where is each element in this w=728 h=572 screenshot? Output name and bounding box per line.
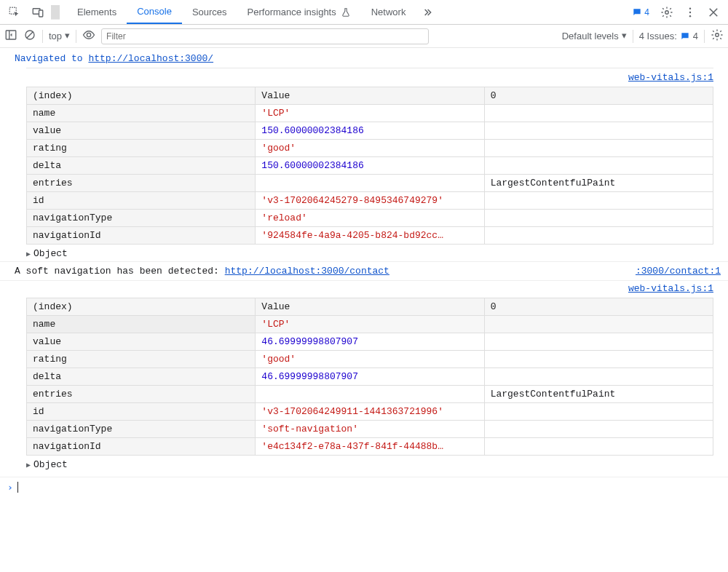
messages-badge[interactable]: 4 xyxy=(628,7,654,17)
table-row[interactable]: navigationId'924584fe-4a9a-4205-b824-bd9… xyxy=(27,227,713,245)
row-value: 'good' xyxy=(256,351,484,368)
table-row[interactable]: delta150.60000002384186 xyxy=(27,157,713,175)
table-row[interactable]: id'v3-1702064249911-1441363721996' xyxy=(27,403,713,421)
tab-elements[interactable]: Elements xyxy=(67,0,127,24)
row-key: delta xyxy=(27,157,256,175)
device-toolbar-icon[interactable] xyxy=(28,2,48,23)
tab-network[interactable]: Network xyxy=(361,0,416,24)
message-icon xyxy=(680,31,690,41)
soft-navigation-message: A soft navigation has been detected: htt… xyxy=(0,261,728,281)
table-header[interactable]: 0 xyxy=(484,87,713,105)
row-value: 'LCP' xyxy=(256,105,484,122)
table-row[interactable]: navigationType'soft-navigation' xyxy=(27,421,713,438)
row-col0 xyxy=(484,105,713,122)
expander-label: Object xyxy=(33,459,68,470)
svg-point-6 xyxy=(689,15,691,17)
svg-line-10 xyxy=(27,32,33,39)
row-value: 'reload' xyxy=(256,210,484,227)
row-col0 xyxy=(484,122,713,140)
flask-icon xyxy=(341,7,351,17)
more-tabs-button[interactable] xyxy=(416,0,439,24)
table-row[interactable]: name'LCP' xyxy=(27,105,713,122)
issues-count: 4 xyxy=(693,31,698,41)
tab-performance-insights[interactable]: Performance insights xyxy=(237,0,361,24)
inspect-element-icon[interactable] xyxy=(4,2,25,23)
table-row[interactable]: rating'good' xyxy=(27,140,713,157)
separator xyxy=(42,30,43,43)
table-header[interactable]: (index) xyxy=(27,87,256,105)
row-key: navigationType xyxy=(27,210,256,227)
context-label: top xyxy=(49,31,62,41)
kebab-menu-icon[interactable] xyxy=(680,2,700,23)
source-link-row: web-vitals.js:1 xyxy=(0,70,728,85)
console-output: Navigated to http://localhost:3000/ web-… xyxy=(0,48,728,572)
source-link[interactable]: web-vitals.js:1 xyxy=(628,283,713,294)
svg-rect-2 xyxy=(39,10,43,17)
tab-sources[interactable]: Sources xyxy=(182,0,237,24)
svg-point-4 xyxy=(689,7,691,9)
console-toolbar: top ▾ Default levels ▾ 4 Issues: 4 xyxy=(0,25,728,48)
nav-url-link[interactable]: http://localhost:3000/ xyxy=(88,53,213,64)
table-row[interactable]: name'LCP' xyxy=(27,316,713,333)
table-row[interactable]: delta46.69999998807907 xyxy=(27,368,713,386)
sidebar-toggle-icon[interactable] xyxy=(4,28,17,44)
triangle-right-icon: ▶ xyxy=(26,250,31,258)
svg-point-5 xyxy=(689,11,691,12)
table-row[interactable]: navigationType'reload' xyxy=(27,210,713,227)
table-header[interactable]: Value xyxy=(256,298,484,316)
row-key: id xyxy=(27,403,256,421)
row-col0 xyxy=(484,403,713,421)
messages-count: 4 xyxy=(644,7,649,17)
row-key: value xyxy=(27,333,256,351)
softnav-url-link[interactable]: http://localhost:3000/contact xyxy=(225,266,389,277)
table-row[interactable]: rating'good' xyxy=(27,351,713,368)
row-key: navigationId xyxy=(27,227,256,245)
table-row[interactable]: entriesLargestContentfulPaint xyxy=(27,175,713,192)
svg-point-12 xyxy=(716,33,719,37)
separator xyxy=(704,30,705,43)
settings-icon[interactable] xyxy=(657,2,677,23)
row-key: entries xyxy=(27,175,256,192)
table-row[interactable]: id'v3-1702064245279-8495346749279' xyxy=(27,192,713,210)
navigation-message: Navigated to http://localhost:3000/ xyxy=(0,51,728,66)
chevron-down-icon: ▾ xyxy=(622,30,627,41)
text-cursor xyxy=(17,482,18,493)
source-link[interactable]: web-vitals.js:1 xyxy=(628,72,713,83)
row-key: value xyxy=(27,122,256,140)
table-header[interactable]: Value xyxy=(256,87,484,105)
row-value: 46.69999998807907 xyxy=(256,333,484,351)
table-row[interactable]: entriesLargestContentfulPaint xyxy=(27,386,713,403)
row-value xyxy=(256,386,484,403)
triangle-right-icon: ▶ xyxy=(26,461,31,469)
console-prompt[interactable]: › xyxy=(0,477,728,497)
row-key: rating xyxy=(27,140,256,157)
table-row[interactable]: value46.69999998807907 xyxy=(27,333,713,351)
row-value: 150.60000002384186 xyxy=(256,122,484,140)
live-expression-icon[interactable] xyxy=(82,28,95,44)
softnav-prefix: A soft navigation has been detected: xyxy=(15,266,219,277)
tab-console[interactable]: Console xyxy=(127,0,182,24)
log-levels-selector[interactable]: Default levels ▾ xyxy=(562,31,627,41)
row-col0 xyxy=(484,227,713,245)
source-link-row: web-vitals.js:1 xyxy=(0,281,728,296)
row-col0 xyxy=(484,421,713,438)
row-key: navigationId xyxy=(27,438,256,456)
table-header[interactable]: (index) xyxy=(27,298,256,316)
context-selector[interactable]: top ▾ xyxy=(49,31,70,41)
object-expander[interactable]: ▶ Object xyxy=(0,246,728,261)
close-icon[interactable] xyxy=(703,2,724,23)
source-link[interactable]: :3000/contact:1 xyxy=(636,266,721,277)
clear-console-icon[interactable] xyxy=(23,28,36,44)
row-col0 xyxy=(484,157,713,175)
row-key: delta xyxy=(27,368,256,386)
table-row[interactable]: value150.60000002384186 xyxy=(27,122,713,140)
table-row[interactable]: navigationId'e4c134f2-e78a-437f-841f-444… xyxy=(27,438,713,456)
issues-indicator[interactable]: 4 Issues: 4 xyxy=(639,31,698,41)
issues-label: 4 Issues: xyxy=(639,31,677,41)
row-key: rating xyxy=(27,351,256,368)
table-header[interactable]: 0 xyxy=(484,298,713,316)
filter-input[interactable] xyxy=(101,28,429,44)
console-settings-icon[interactable] xyxy=(711,28,724,44)
console-table-1: (index)Value0name'LCP'value150.600000023… xyxy=(0,85,728,246)
object-expander[interactable]: ▶ Object xyxy=(0,457,728,472)
